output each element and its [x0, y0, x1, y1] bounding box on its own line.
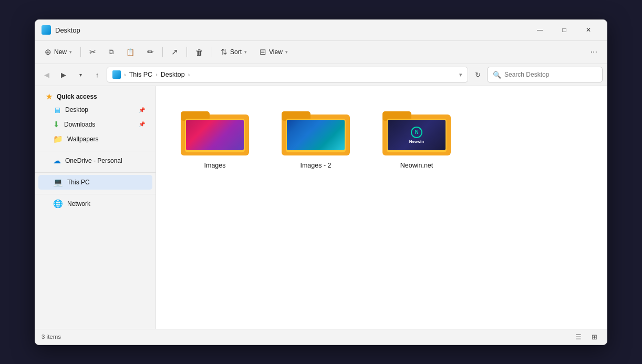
sidebar-item-network[interactable]: 🌐 Network [38, 196, 152, 211]
folder-images2[interactable]: Images - 2 [274, 99, 358, 174]
sidebar-separator-3 [35, 194, 156, 194]
window-controls: — □ ✕ [528, 22, 600, 38]
title-bar: Desktop — □ ✕ [35, 20, 607, 41]
folder-svg-images [181, 104, 249, 157]
view-icon: ⊟ [260, 47, 266, 57]
search-box[interactable]: 🔍 [487, 67, 603, 82]
sort-chevron-icon: ▾ [244, 49, 247, 55]
folder-neowin[interactable]: N Neowin Neowin.net [375, 99, 459, 174]
view-button[interactable]: ⊟ View ▾ [254, 44, 293, 60]
minimize-button[interactable]: — [528, 22, 552, 38]
sidebar-network-label: Network [67, 200, 90, 207]
view-label: View [269, 48, 283, 56]
cut-button[interactable]: ✂ [84, 44, 101, 60]
refresh-button[interactable]: ↻ [470, 67, 485, 82]
files-grid: Images [173, 99, 590, 174]
up-button[interactable]: ↑ [90, 67, 105, 82]
sidebar-separator-2 [35, 172, 156, 173]
sort-button[interactable]: ⇅ Sort ▾ [215, 44, 252, 60]
main-area: ★ Quick access 🖥 Desktop 📌 ⬇ Downloads 📌… [35, 86, 607, 329]
folder-svg-images2 [282, 104, 350, 157]
view-toggle-group: ☰ ⊞ [572, 330, 600, 343]
new-label: New [54, 48, 67, 56]
rename-button[interactable]: ✏ [142, 44, 159, 60]
thispc-icon: 💻 [53, 178, 63, 187]
toolbar-separator-3 [187, 47, 187, 57]
sidebar-desktop-label: Desktop [65, 106, 88, 113]
toolbar-separator-1 [80, 47, 81, 57]
search-icon: 🔍 [493, 71, 501, 79]
delete-button[interactable]: 🗑 [190, 44, 209, 60]
quick-access-label: Quick access [57, 93, 97, 100]
grid-view-button[interactable]: ⊞ [588, 330, 600, 343]
paste-icon: 📋 [126, 48, 134, 56]
sidebar-downloads-label: Downloads [64, 121, 95, 128]
close-button[interactable]: ✕ [576, 22, 600, 38]
folder-neowin-label: Neowin.net [400, 162, 433, 169]
new-chevron-icon: ▾ [69, 49, 72, 55]
back-button[interactable]: ◀ [39, 67, 54, 82]
folder-icon-neowin: N Neowin [382, 104, 451, 157]
sidebar-item-wallpapers[interactable]: 📁 Wallpapers [38, 132, 152, 147]
rename-icon: ✏ [147, 47, 154, 57]
address-bar: ◀ ▶ ▾ ↑ › This PC › Desktop › ▾ ↻ 🔍 [35, 64, 607, 86]
folder-svg-neowin: N Neowin [382, 104, 451, 157]
share-button[interactable]: ↗ [166, 44, 183, 60]
path-thispc: This PC [129, 71, 152, 78]
sidebar: ★ Quick access 🖥 Desktop 📌 ⬇ Downloads 📌… [35, 86, 156, 329]
sidebar-onedrive-label: OneDrive - Personal [65, 157, 122, 164]
status-bar: 3 items ☰ ⊞ [35, 329, 607, 345]
recent-locations-button[interactable]: ▾ [73, 67, 88, 82]
onedrive-icon: ☁ [53, 156, 61, 165]
folder-icon-images [181, 104, 249, 157]
sidebar-separator-1 [35, 151, 156, 151]
network-icon: 🌐 [53, 199, 63, 209]
folder-images-label: Images [204, 162, 226, 169]
toolbar-separator-4 [212, 47, 212, 57]
pin-icon: 📌 [139, 107, 145, 113]
sidebar-thispc-label: This PC [67, 179, 90, 186]
sidebar-item-desktop[interactable]: 🖥 Desktop 📌 [38, 103, 152, 117]
address-path[interactable]: › This PC › Desktop › ▾ [107, 67, 468, 82]
folder-images[interactable]: Images [173, 99, 257, 174]
new-icon: ⊕ [45, 47, 51, 57]
sidebar-item-onedrive[interactable]: ☁ OneDrive - Personal [38, 153, 152, 168]
view-chevron-icon: ▾ [285, 49, 288, 55]
sidebar-item-downloads[interactable]: ⬇ Downloads 📌 [38, 117, 152, 132]
copy-button[interactable]: ⧉ [103, 44, 119, 60]
file-area: Images [156, 86, 607, 329]
path-desktop: Desktop [161, 71, 185, 78]
share-icon: ↗ [171, 47, 178, 57]
path-dropdown-icon[interactable]: ▾ [459, 71, 462, 78]
pin-icon-downloads: 📌 [139, 121, 145, 127]
desktop-icon: 🖥 [53, 106, 61, 115]
item-count: 3 items [42, 334, 61, 340]
sort-label: Sort [230, 48, 242, 56]
cut-icon: ✂ [89, 47, 96, 57]
window-title: Desktop [55, 26, 528, 34]
star-icon: ★ [46, 92, 53, 101]
folder-images2-label: Images - 2 [300, 162, 331, 169]
sidebar-item-quick-access[interactable]: ★ Quick access [38, 90, 152, 103]
window-icon [42, 25, 51, 35]
maximize-button[interactable]: □ [552, 22, 576, 38]
delete-icon: 🗑 [195, 48, 203, 57]
folder-icon-images2 [282, 104, 350, 157]
toolbar-separator-2 [162, 47, 163, 57]
forward-button[interactable]: ▶ [56, 67, 71, 82]
new-button[interactable]: ⊕ New ▾ [39, 44, 77, 60]
sort-icon: ⇅ [221, 47, 227, 57]
sidebar-item-thispc[interactable]: 💻 This PC [38, 175, 152, 190]
sidebar-wallpapers-label: Wallpapers [67, 136, 99, 143]
toolbar: ⊕ New ▾ ✂ ⧉ 📋 ✏ ↗ 🗑 ⇅ Sort ▾ [35, 41, 607, 64]
path-icon [112, 70, 121, 79]
copy-icon: ⧉ [109, 48, 113, 56]
paste-button[interactable]: 📋 [121, 44, 140, 60]
downloads-icon: ⬇ [53, 120, 60, 129]
more-options-button[interactable]: ··· [585, 44, 603, 60]
wallpapers-icon: 📁 [53, 134, 63, 144]
file-explorer-window: Desktop — □ ✕ ⊕ New ▾ ✂ ⧉ 📋 ✏ ↗ [35, 19, 607, 345]
list-view-button[interactable]: ☰ [572, 330, 585, 343]
search-input[interactable] [504, 71, 597, 78]
